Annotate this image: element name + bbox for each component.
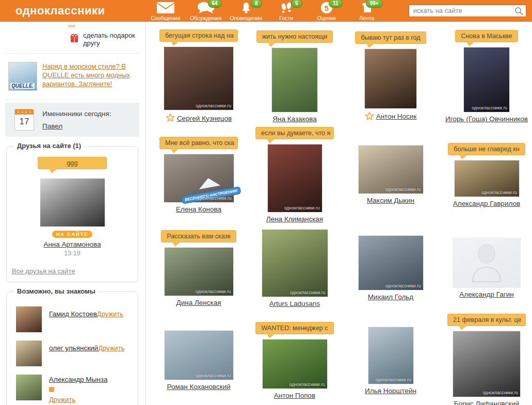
person-card: жить нужно настоящиЯна Казакова: [247, 26, 343, 127]
person-card: Рассказать вам сказкодноклассники.ruДина…: [151, 223, 247, 314]
suggestion-name-link[interactable]: Александр Мынза: [49, 376, 107, 383]
person-photo[interactable]: одноклассники.ru: [268, 144, 322, 212]
person-name-link[interactable]: Борис Лифановский: [454, 400, 520, 405]
friend-name-link[interactable]: Анна Артамонова: [12, 240, 133, 248]
person-name-link[interactable]: Лена Климанская: [266, 215, 323, 223]
person-photo[interactable]: одноклассники.ru: [368, 327, 413, 384]
ad-link[interactable]: Наряд в морском стиле? В QUELLE есть мно…: [42, 62, 138, 91]
person-name-row: Игорь (Гоша) Овчинников: [445, 115, 528, 123]
person-photo[interactable]: одноклассники.ru: [165, 248, 233, 296]
person-status-bubble: Мне всё равно, что ска: [159, 137, 238, 153]
person-name-link[interactable]: Arturs Ladusans: [269, 300, 320, 307]
nav-messages[interactable]: Сообщения: [146, 0, 186, 21]
status-text: Снова в Маськве: [455, 30, 518, 42]
gift-link[interactable]: сделать подарок другу: [83, 31, 139, 47]
person-photo[interactable]: одноклассники.ru: [464, 47, 509, 112]
person-photo[interactable]: [272, 48, 317, 112]
person-photo[interactable]: одноклассники.ru: [359, 236, 423, 290]
calendar-date: 17: [15, 117, 34, 127]
person-photo[interactable]: одноклассники.ru: [455, 160, 519, 197]
add-friend-link[interactable]: Дружить: [49, 396, 75, 403]
person-name-row: Михаил Гольд: [368, 293, 413, 301]
clipped-icon: [68, 25, 75, 27]
person-name-link[interactable]: Сергей Кузнецов: [177, 115, 232, 122]
person-name-row: Антон Попов: [274, 392, 315, 399]
person-name-link[interactable]: Михаил Гольд: [368, 293, 413, 301]
photo-watermark: одноклассники.ru: [385, 283, 421, 288]
person-photo[interactable]: одноклассники.ru: [359, 145, 423, 193]
person-photo[interactable]: одноклассники.ru: [262, 230, 328, 297]
person-name-link[interactable]: Яна Казакова: [272, 115, 316, 123]
suggestion-item: олег ульянскийДружить: [16, 341, 133, 366]
person-photo[interactable]: ВЕСЕННЕГО НАСТРОЕНИЯ!одноклассники.ru: [164, 154, 234, 202]
person-photo[interactable]: одноклассники.ru: [165, 331, 233, 380]
nav-discussions[interactable]: 64 Обсуждения: [186, 0, 226, 21]
person-card: если вы думаете, что яодноклассники.ruЛе…: [247, 127, 343, 223]
person-name-row: Александр Гагин: [459, 290, 513, 298]
person-photo[interactable]: одноклассники.ru: [453, 331, 520, 397]
gift-icon: [70, 34, 79, 45]
gift-row[interactable]: сделать подарок другу: [5, 27, 139, 52]
person-name-row: Александр Гаврилов: [453, 200, 520, 207]
search-icon[interactable]: [514, 7, 523, 18]
suggestion-photo[interactable]: [16, 306, 42, 332]
ad-block[interactable]: QUELLE. Наряд в морском стиле? В QUELLE …: [5, 55, 139, 98]
person-name-link[interactable]: Александр Гаврилов: [453, 200, 520, 207]
suggestion-photo[interactable]: [16, 341, 42, 366]
friend-photo[interactable]: [40, 179, 105, 226]
status-text: больше не главред кн: [448, 143, 525, 155]
nav-feed[interactable]: 99+ Лента: [347, 0, 387, 21]
notifications-badge: 8: [251, 0, 262, 8]
status-text: бегущая строка над на: [159, 29, 238, 42]
suggestion-item: Гамид КостоевДружить: [16, 306, 133, 332]
rating-icon-number: 5: [324, 4, 328, 12]
suggestion-name-link[interactable]: Гамид Костоев: [49, 310, 97, 318]
all-friends-link[interactable]: Все друзья на сайте: [12, 267, 75, 275]
person-card: 21 февраля в культ. цеодноклассники.ruБо…: [439, 314, 532, 405]
person-card: одноклассники.ruМаксим Дыкин: [343, 127, 439, 223]
person-name-link[interactable]: Елена Конова: [176, 205, 221, 213]
photo-watermark: одноклассники.ru: [196, 196, 232, 201]
person-name-link[interactable]: Илья Норштейн: [365, 387, 416, 395]
person-name-row: Сергей Кузнецов: [166, 113, 232, 123]
person-status-bubble: больше не главред кн: [448, 143, 525, 159]
birthday-person-link[interactable]: Павел: [42, 122, 62, 130]
person-status-bubble: бегущая строка над на: [159, 29, 238, 46]
photo-watermark: одноклассники.ru: [196, 373, 231, 378]
suggestion-name-link[interactable]: олег ульянский: [49, 344, 98, 352]
person-photo[interactable]: [453, 238, 520, 287]
nav-notifications[interactable]: 8 Оповещения: [226, 0, 266, 21]
suggestions-box: Возможно, вы знакомы Гамид КостоевДружит…: [6, 291, 138, 405]
clipped-row: [5, 22, 139, 27]
person-name-link[interactable]: Антон Попов: [274, 392, 315, 399]
search-input[interactable]: [409, 5, 526, 17]
status-text: Рассказать вам сказк: [161, 230, 236, 242]
suggestion-info: Александр МынзаДружить: [49, 375, 107, 404]
person-card: одноклассники.ruРоман Кохановский: [151, 314, 247, 405]
person-photo[interactable]: одноклассники.ru: [263, 339, 327, 388]
person-name-link[interactable]: Дина Ленская: [176, 299, 221, 306]
friend-online-time: 13:19: [12, 250, 133, 257]
photo-watermark: одноклассники.ru: [481, 190, 517, 195]
photo-watermark: одноклассники.ru: [376, 377, 411, 382]
photo-watermark: одноклассники.ru: [289, 382, 325, 387]
nav-guests[interactable]: 5 Гости: [266, 0, 307, 21]
person-card: одноклассники.ruИлья Норштейн: [343, 314, 439, 405]
person-name-link[interactable]: Роман Кохановский: [167, 383, 231, 391]
suggestion-item: Александр МынзаДружить: [16, 375, 133, 404]
nav-ratings[interactable]: 11 5 Оценки: [307, 0, 347, 21]
person-name-link[interactable]: Александр Гагин: [459, 290, 513, 298]
person-card: одноклассники.ruArturs Ladusans: [247, 223, 343, 314]
person-photo[interactable]: одноклассники.ru: [164, 47, 233, 110]
add-friend-link[interactable]: Дружить: [97, 310, 123, 318]
suggestion-photo[interactable]: [16, 375, 42, 400]
nav-label: Оценки: [307, 15, 347, 21]
add-friend-link[interactable]: Дружить: [98, 344, 124, 352]
person-name-link[interactable]: Игорь (Гоша) Овчинников: [445, 115, 528, 123]
person-photo[interactable]: [365, 49, 416, 108]
person-status-bubble: если вы думаете, что я: [255, 127, 334, 143]
person-name-link[interactable]: Антон Носик: [376, 112, 417, 120]
nav-label: Оповещения: [226, 15, 266, 21]
person-name-link[interactable]: Максим Дыкин: [367, 197, 414, 204]
star-icon: [365, 111, 374, 122]
